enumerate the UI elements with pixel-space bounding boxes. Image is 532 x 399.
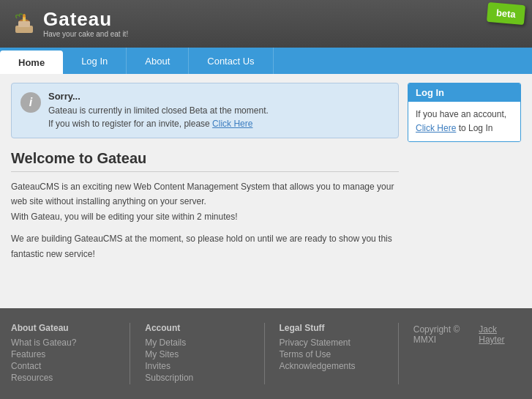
welcome-title: Welcome to Gateau — [11, 150, 399, 172]
notice-line2: If you wish to register for an invite, p… — [48, 119, 212, 129]
login-click-here-link[interactable]: Click Here — [416, 123, 456, 133]
nav-tab-about[interactable]: About — [127, 48, 189, 74]
login-box-body: If you have an account, Click Here to Lo… — [408, 102, 520, 141]
svg-point-3 — [23, 14, 26, 18]
welcome-para2: We are building GateauCMS at the moment,… — [11, 231, 399, 261]
footer-col-account: Account My Details My Sites Invites Subs… — [145, 323, 264, 384]
notice-icon: i — [20, 92, 41, 113]
logo-icon — [11, 11, 37, 37]
notice-text: Gateau is currently in limited closed Be… — [48, 104, 269, 130]
footer-col-legal: Legal Stuff Privacy Statement Terms of U… — [280, 323, 399, 384]
logo-tagline: Have your cake and eat it! — [43, 30, 128, 38]
content-area: i Sorry... Gateau is currently in limite… — [11, 83, 399, 297]
footer-col-legal-title: Legal Stuff — [280, 323, 387, 333]
notice-title: Sorry... — [48, 91, 269, 102]
notice-click-here-link[interactable]: Click Here — [212, 119, 252, 129]
header: Gateau Have your cake and eat it! beta — [0, 0, 532, 48]
footer-link-privacy[interactable]: Privacy Statement — [280, 338, 387, 348]
footer-col-account-title: Account — [145, 323, 252, 333]
footer-link-what-is-gateau[interactable]: What is Gateau? — [11, 338, 119, 348]
footer-link-contact[interactable]: Contact — [11, 361, 119, 371]
footer-link-my-details[interactable]: My Details — [145, 338, 252, 348]
nav-bar: Home Log In About Contact Us — [0, 48, 532, 74]
footer-link-features[interactable]: Features — [11, 349, 119, 359]
footer-link-invites[interactable]: Invites — [145, 361, 252, 371]
login-suffix: to Log In — [456, 123, 492, 133]
nav-tab-contact[interactable]: Contact Us — [189, 48, 273, 74]
beta-badge: beta — [487, 2, 525, 25]
footer-col-about: About Gateau What is Gateau? Features Co… — [11, 323, 130, 384]
footer-copyright: Copyright © MMXI Jack Hayter — [413, 323, 521, 384]
login-box-header: Log In — [408, 83, 520, 102]
login-body-text: If you have an account, — [416, 109, 506, 119]
footer-link-subscription[interactable]: Subscription — [145, 373, 252, 383]
footer-link-my-sites[interactable]: My Sites — [145, 349, 252, 359]
notice-content: Sorry... Gateau is currently in limited … — [48, 91, 269, 130]
nav-tab-home[interactable]: Home — [0, 51, 63, 74]
nav-tab-login[interactable]: Log In — [63, 48, 127, 74]
footer: About Gateau What is Gateau? Features Co… — [0, 308, 532, 399]
footer-col-about-title: About Gateau — [11, 323, 119, 333]
main-wrapper: i Sorry... Gateau is currently in limite… — [0, 74, 532, 308]
login-box: Log In If you have an account, Click Her… — [408, 83, 521, 142]
welcome-para1: GateauCMS is an exciting new Web Content… — [11, 179, 399, 224]
footer-link-resources[interactable]: Resources — [11, 373, 119, 383]
footer-link-terms[interactable]: Terms of Use — [280, 349, 387, 359]
welcome-body: GateauCMS is an exciting new Web Content… — [11, 179, 399, 261]
notice-box: i Sorry... Gateau is currently in limite… — [11, 83, 399, 138]
footer-link-acknowledgements[interactable]: Acknowledgements — [280, 361, 387, 371]
sidebar: Log In If you have an account, Click Her… — [408, 83, 521, 297]
logo-area: Gateau Have your cake and eat it! — [11, 10, 128, 38]
copyright-text: Copyright © MMXI — [413, 324, 479, 345]
logo-text-area: Gateau Have your cake and eat it! — [43, 10, 128, 38]
svg-rect-1 — [18, 21, 30, 27]
notice-line1: Gateau is currently in limited closed Be… — [48, 105, 269, 116]
footer-copyright-link[interactable]: Jack Hayter — [479, 324, 521, 345]
logo-name: Gateau — [43, 10, 128, 29]
